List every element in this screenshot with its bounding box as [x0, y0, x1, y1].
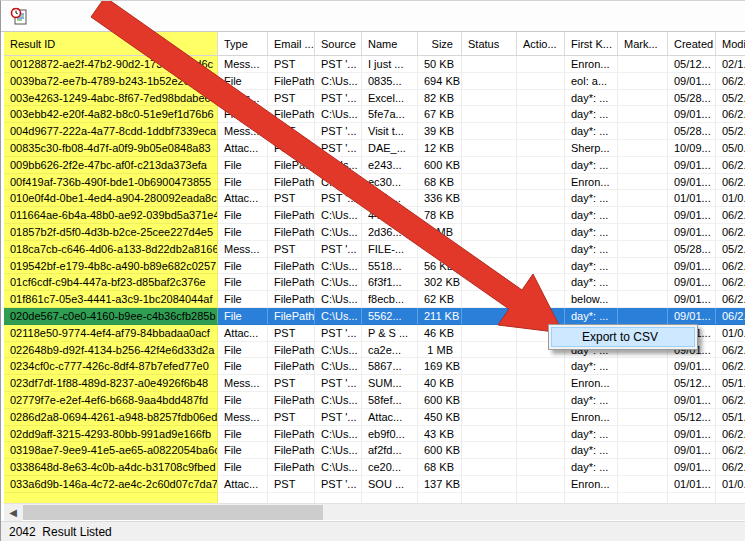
cell-status — [462, 56, 517, 73]
context-menu-item-export-csv[interactable]: Export to CSV — [551, 327, 695, 347]
cell-source: C:\Us... — [315, 442, 362, 459]
table-row[interactable]: 023df7df-1f88-489d-8237-a0e4926f6b48Mess… — [4, 375, 745, 392]
cell-mark — [618, 476, 668, 493]
table-row[interactable]: 018ca7cb-c646-4d06-a133-8d22db2a8166Mess… — [4, 241, 745, 258]
cell-status — [462, 325, 517, 342]
cell-modified: 02/1... — [716, 56, 745, 73]
column-header-source[interactable]: Source — [315, 32, 362, 55]
table-row[interactable]: 019542bf-e179-4b8c-a490-b89e682c0257File… — [4, 258, 745, 275]
cell-size: 50 KB — [418, 56, 462, 73]
table-row[interactable] — [4, 493, 745, 503]
table-row[interactable]: 010e0f4d-0be1-4ed4-a904-280092eada8cAtta… — [4, 190, 745, 207]
cell-type: File — [218, 308, 268, 325]
table-row[interactable]: 03198ae7-9ee9-41e5-ae65-a0822054ba6cFile… — [4, 442, 745, 459]
table-row[interactable]: 033a6d9b-146a-4c72-ae4c-2c60d07c7da7Atta… — [4, 476, 745, 493]
cell-type: File — [218, 157, 268, 174]
cell-email: FilePath — [268, 274, 315, 291]
column-header-mark[interactable]: Mark... — [618, 32, 668, 55]
cell-name: 58fef... — [362, 392, 418, 409]
cell-id: 02779f7e-e2ef-4ef6-b668-9aa4bdd487fd — [4, 392, 218, 409]
table-row[interactable]: 01857b2f-d5f0-4d3b-b2ce-25cee227d4e5File… — [4, 224, 745, 241]
cell-created: 09/01... — [668, 291, 716, 308]
table-row[interactable]: 0338648d-8e63-4c0b-a4dc-b31708c9fbedFile… — [4, 459, 745, 476]
cell-source: C:\Us... — [315, 207, 362, 224]
cell-created: 05/28... — [668, 90, 716, 107]
column-header-id[interactable]: Result ID — [4, 32, 218, 55]
cell-type: File — [218, 358, 268, 375]
cell-source: PST '... — [315, 476, 362, 493]
cell-created: 10/09... — [668, 140, 716, 157]
cell-size: 2 KB — [418, 241, 462, 258]
table-row[interactable]: 0286d2a8-0694-4261-a948-b8257fdb06edMess… — [4, 409, 745, 426]
cell-modified: 05/1... — [716, 375, 745, 392]
column-header-email[interactable]: Email ... — [268, 32, 315, 55]
cell-created: 09/01... — [668, 459, 716, 476]
table-row-selected[interactable]: 020de567-c0e0-4160-b9ee-c4b36cfb285bFile… — [4, 308, 745, 325]
cell-type: File — [218, 258, 268, 275]
cell-name: 5518... — [362, 258, 418, 275]
column-header-name[interactable]: Name — [362, 32, 418, 55]
cell-action — [517, 274, 565, 291]
cell-id: 01cf6cdf-c9b4-447a-bf23-d85baf2c376e — [4, 274, 218, 291]
table-row[interactable]: 00835c30-fb08-4d7f-a0f9-9b05e0848a83Atta… — [4, 140, 745, 157]
cell-first_keyword: day*: ... — [565, 358, 618, 375]
table-row[interactable]: 0039ba72-ee7b-4789-b243-1b52e2c4bf97File… — [4, 73, 745, 90]
cell-size: 137 KB — [418, 476, 462, 493]
column-header-status[interactable]: Status — [462, 32, 517, 55]
table-row[interactable]: 00128872-ae2f-47b2-90d2-1734fa18cd6cMess… — [4, 56, 745, 73]
column-header-created[interactable]: Created — [668, 32, 716, 55]
table-row[interactable]: 00f419af-736b-490f-bde1-0b6900473855File… — [4, 174, 745, 191]
cell-source: C:\Us... — [315, 459, 362, 476]
cell-status — [462, 157, 517, 174]
table-row[interactable]: 0234cf0c-c777-426c-8df4-87b7efed77e0File… — [4, 358, 745, 375]
cell-action — [517, 459, 565, 476]
cell-name: DAE_... — [362, 140, 418, 157]
table-row[interactable]: 01f861c7-05e3-4441-a3c9-1bc2084044afFile… — [4, 291, 745, 308]
cell-status — [462, 375, 517, 392]
cell-created: 09/01... — [668, 157, 716, 174]
cell-size: 78 KB — [418, 207, 462, 224]
cell-action — [517, 375, 565, 392]
cell-first_keyword: day*: ... — [565, 426, 618, 443]
cell-type: Mess... — [218, 375, 268, 392]
scroll-left-button[interactable]: ◀ — [4, 504, 22, 521]
table-row[interactable]: 009bb626-2f2e-47bc-af0f-c213da373efaFile… — [4, 157, 745, 174]
column-header-size[interactable]: Size — [418, 32, 462, 55]
column-header-action[interactable]: Actio... — [517, 32, 565, 55]
cell-mark — [618, 274, 668, 291]
cell-email: PST — [268, 325, 315, 342]
table-row[interactable]: 004d9677-222a-4a77-8cdd-1ddbf7339ecaMess… — [4, 123, 745, 140]
cell-created: 09/01... — [668, 73, 716, 90]
column-header-type[interactable]: Type — [218, 32, 268, 55]
cell-first_keyword: day*: ... — [565, 258, 618, 275]
cell-name: 5fe7a... — [362, 106, 418, 123]
cell-action — [517, 442, 565, 459]
cell-source: C:\Us... — [315, 392, 362, 409]
table-row[interactable]: 003ebb42-e20f-4a82-b8c0-51e9ef1d76b6File… — [4, 106, 745, 123]
table-row[interactable]: 02dd9aff-3215-4293-80bb-991ad9e166fbFile… — [4, 426, 745, 443]
cell-action — [517, 291, 565, 308]
cell-status — [462, 258, 517, 275]
cell-first_keyword: Enron... — [565, 56, 618, 73]
cell-source: C:\Us... — [315, 73, 362, 90]
cell-type: Attac... — [218, 190, 268, 207]
table-row[interactable]: 011664ae-6b4a-48b0-ae92-039bd5a371e4File… — [4, 207, 745, 224]
table-row[interactable]: 003e4263-1249-4abc-8f67-7ed98bdabe6dMess… — [4, 90, 745, 107]
status-text: 2042 Result Listed — [9, 525, 112, 539]
cell-id: 01f861c7-05e3-4441-a3c9-1bc2084044af — [4, 291, 218, 308]
column-header-modified[interactable]: Modi... — [716, 32, 745, 55]
horizontal-scrollbar[interactable]: ◀ — [4, 503, 745, 520]
table-row[interactable]: 01cf6cdf-c9b4-447a-bf23-d85baf2c376eFile… — [4, 274, 745, 291]
column-header-first_keyword[interactable]: First K... — [565, 32, 618, 55]
cell-status — [462, 207, 517, 224]
cell-modified: 01/0... — [716, 325, 745, 342]
cell-name: 6f3f1... — [362, 274, 418, 291]
scroll-thumb[interactable] — [23, 505, 323, 520]
cell-type: Mess... — [218, 409, 268, 426]
table-row[interactable]: 02779f7e-e2ef-4ef6-b668-9aa4bdd487fdFile… — [4, 392, 745, 409]
cell-first_keyword: day*: ... — [565, 241, 618, 258]
cell-mark — [618, 90, 668, 107]
cell-first_keyword: day*: ... — [565, 90, 618, 107]
report-button[interactable] — [8, 5, 30, 27]
report-clock-icon — [9, 6, 29, 26]
